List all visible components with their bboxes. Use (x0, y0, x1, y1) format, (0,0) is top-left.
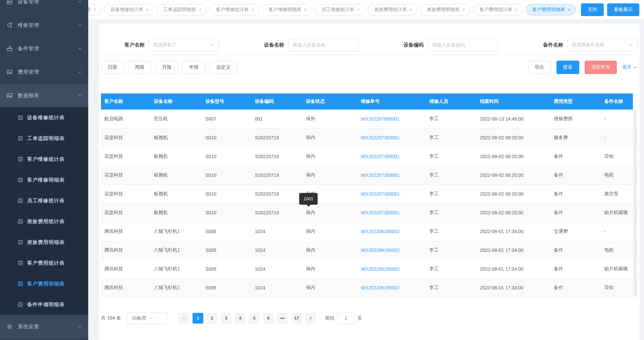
table-cell: WX202207300001 (357, 166, 426, 185)
repair-order-link[interactable]: WX202207300001 (361, 154, 399, 159)
filter-input[interactable] (428, 39, 498, 51)
tab[interactable]: 工单追踪明细表× (157, 4, 206, 15)
repair-order-link[interactable]: WX202207300001 (361, 173, 399, 178)
page-number-button[interactable]: 2 (207, 313, 217, 324)
table-cell: 2022-08-02 08:20:00 (477, 203, 550, 222)
filter-select[interactable]: 请选择备件名称 (567, 39, 638, 51)
sidebar-subitem[interactable]: 差旅费用明细表 (0, 232, 88, 253)
sidebar-subitem[interactable]: 员工维修统计表 (0, 190, 88, 211)
tab[interactable]: 客户维修明细表× (262, 4, 312, 15)
tab[interactable]: 客户费用明细表× (526, 4, 576, 15)
repair-order-link[interactable]: WX202206160002 (361, 248, 399, 253)
close-icon[interactable]: × (252, 7, 254, 12)
repair-order-link[interactable]: WX202207300001 (361, 191, 399, 197)
tab[interactable]: 客户维修统计表× (210, 4, 259, 15)
tab[interactable]: 差旅费用明细表× (420, 4, 470, 15)
close-icon[interactable]: × (304, 7, 307, 12)
table-cell: 李工 (426, 278, 477, 297)
sidebar-item[interactable]: 费用管理 (0, 60, 88, 84)
table-cell: 备件 (550, 241, 601, 260)
sidebar-subitem[interactable]: 客户费用统计表 (0, 253, 88, 273)
table-cell: 2022-08-01 17:34:00 (477, 278, 550, 297)
page-number-button[interactable]: 6 (263, 313, 274, 324)
sidebar-subitem[interactable]: 客户费用明细表 (0, 273, 88, 294)
sidebar-subitem[interactable]: 工单追踪明细表 (0, 128, 88, 149)
search-button[interactable]: 搜索 (556, 61, 579, 74)
sidebar-item-reports[interactable]: 数据报表 (0, 84, 88, 107)
repair-order-link[interactable]: WX202207300001 (361, 135, 399, 140)
tab-bar: 用×设备维修统计表×工单追踪明细表×客户维修统计表×客户维修明细表×员工维修统计… (88, 0, 644, 19)
table-cell: 板翘机 (150, 203, 202, 222)
table-row: 花篮科技板翘机S010S20220719保内WX202207300001李工20… (101, 166, 633, 185)
page-number-button[interactable]: 5 (249, 313, 260, 324)
table-cell: WX202207300001 (357, 147, 426, 166)
repair-order-link[interactable]: WX202206160002 (361, 285, 399, 290)
close-icon[interactable]: × (515, 7, 518, 12)
close-icon[interactable]: × (93, 7, 96, 12)
sidebar-item[interactable]: 备件管理 (0, 37, 88, 60)
repair-order-link[interactable]: WX202207300001 (361, 210, 399, 215)
tab[interactable]: 客户费用统计表× (473, 4, 523, 15)
next-page-button[interactable] (305, 313, 316, 324)
tab[interactable]: 设备维修统计表× (104, 4, 154, 15)
table-cell: 李工 (426, 203, 477, 222)
sidebar-subitem[interactable]: 备件申领明细表 (0, 294, 88, 315)
close-icon[interactable]: × (199, 7, 201, 12)
tab[interactable]: 员工维修统计表× (315, 4, 365, 15)
expand-toggle[interactable]: 展开 (622, 64, 638, 70)
report-range-button[interactable]: 周报 (128, 61, 151, 74)
repair-order-link[interactable]: WX202206160002 (361, 266, 399, 272)
close-icon[interactable]: × (462, 7, 465, 12)
close-icon[interactable]: × (568, 7, 571, 12)
table-cell: 保内 (303, 278, 357, 297)
filter-label: 设备名称 (240, 42, 284, 48)
sidebar-item[interactable]: 维修管理 (0, 13, 88, 37)
close-icon[interactable]: × (357, 7, 360, 12)
board-display-button[interactable]: 看板展示 (607, 3, 639, 16)
sidebar-subitem[interactable]: 客户维修明细表 (0, 169, 88, 190)
sidebar-subitem[interactable]: 客户维修统计表 (0, 149, 88, 169)
close-button[interactable]: 关闭 (581, 3, 604, 16)
notebook-icon (17, 260, 23, 266)
table-cell: - (601, 222, 633, 241)
report-range-button[interactable]: 月报 (155, 61, 178, 74)
notebook-icon (17, 115, 23, 121)
export-button[interactable]: 导出 (528, 61, 551, 74)
table-cell: 导轨 (601, 147, 633, 166)
page-size-select[interactable]: 10条/页 (127, 312, 167, 324)
table-row: 花篮科技板翘机S010S20220719保内WX202207300001李工20… (101, 147, 633, 166)
vertical-scrollbar[interactable] (634, 110, 637, 297)
sidebar-item-label: 系统设置 (18, 324, 77, 330)
tab-label: 员工维修统计表 (321, 7, 354, 13)
report-range-button[interactable]: 自定义 (210, 61, 237, 74)
page-ellipsis[interactable]: ••• (277, 313, 288, 324)
page-number-button[interactable]: 4 (235, 313, 246, 324)
text-input[interactable] (292, 42, 354, 48)
prev-page-button[interactable] (178, 313, 189, 324)
repair-order-link[interactable]: WX202207060001 (361, 116, 399, 122)
sidebar-subitem[interactable]: 设备维修统计表 (0, 107, 88, 128)
goto-page-input[interactable] (337, 312, 354, 324)
sidebar-subitem[interactable]: 差旅费用统计表 (0, 211, 88, 232)
page-number-button[interactable]: 1 (193, 313, 203, 324)
close-icon[interactable]: × (410, 7, 412, 12)
report-range-button[interactable]: 日报 (101, 61, 124, 74)
tab-partial[interactable]: 用× (88, 4, 101, 15)
sidebar-item[interactable]: 设备管理 (0, 0, 88, 13)
repair-order-link[interactable]: WX202206160002 (361, 229, 399, 234)
close-icon[interactable]: × (146, 7, 149, 12)
page-number-button[interactable]: 3 (221, 313, 231, 324)
sidebar-item-settings[interactable]: 系统设置 (0, 315, 88, 338)
filter-input[interactable] (288, 39, 359, 51)
table-cell: S005 (202, 222, 251, 241)
chevron-down-icon (210, 43, 215, 47)
tab-label: 客户维修统计表 (216, 7, 249, 13)
page-number-button[interactable]: 17 (291, 313, 302, 324)
table-cell: 板翘机 (150, 166, 202, 185)
filter-select[interactable]: 请选择客户 (149, 39, 219, 51)
table-cell: 1024 (252, 241, 303, 260)
text-input[interactable] (432, 42, 494, 48)
report-range-button[interactable]: 年报 (182, 61, 205, 74)
clear-all-button[interactable]: 清空所有 (585, 61, 617, 74)
tab[interactable]: 差旅费用统计表× (368, 4, 417, 15)
